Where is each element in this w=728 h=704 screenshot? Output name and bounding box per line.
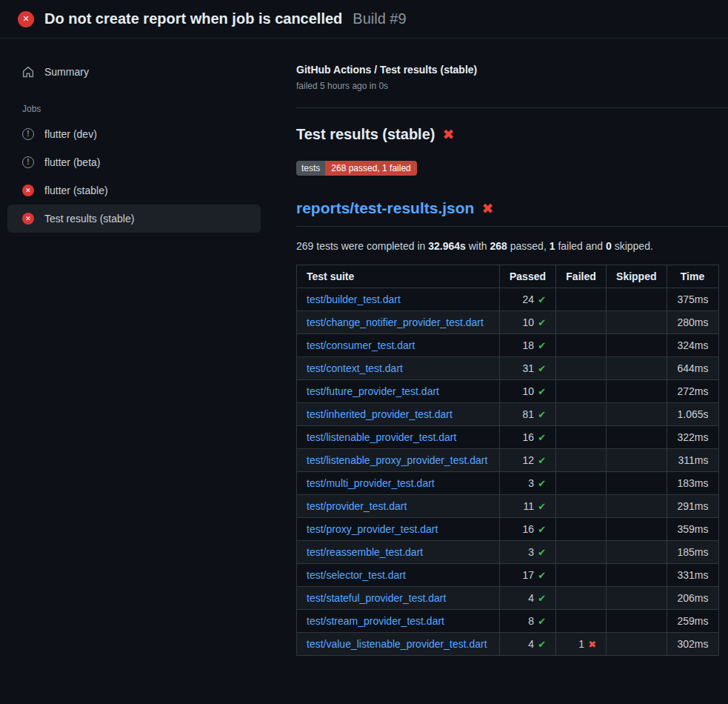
test-suite-cell: test/consumer_test.dart xyxy=(297,334,500,357)
sidebar-item-flutter-stable[interactable]: ✕ flutter (stable) xyxy=(7,176,261,205)
check-icon: ✔ xyxy=(538,570,546,581)
sidebar-item-label: Test results (stable) xyxy=(44,213,134,225)
passed-count: 10 xyxy=(523,385,535,397)
tests-summary: 269 tests were completed in 32.964s with… xyxy=(296,240,728,252)
x-glyph: ✕ xyxy=(22,15,29,23)
sidebar-item-flutter-beta[interactable]: ! flutter (beta) xyxy=(7,148,261,176)
time-cell: 259ms xyxy=(667,610,718,633)
table-row: test/multi_provider_test.dart3✔183ms xyxy=(297,472,719,495)
test-suite-cell: test/value_listenable_provider_test.dart xyxy=(297,633,500,656)
time-cell: 280ms xyxy=(667,311,718,334)
check-icon: ✔ xyxy=(538,340,546,351)
check-icon: ✔ xyxy=(538,386,546,397)
table-row: test/builder_test.dart24✔375ms xyxy=(297,288,719,311)
header-time: Time xyxy=(667,265,718,288)
test-suite-link[interactable]: test/stream_provider_test.dart xyxy=(307,615,444,627)
passed-cell: 18✔ xyxy=(500,334,556,357)
time-cell: 324ms xyxy=(667,334,718,357)
page-header: ✕ Do not create report when job is cance… xyxy=(0,0,728,39)
skipped-cell xyxy=(607,334,667,357)
test-suite-link[interactable]: test/consumer_test.dart xyxy=(307,339,415,351)
test-suite-link[interactable]: test/multi_provider_test.dart xyxy=(307,477,435,489)
passed-cell: 16✔ xyxy=(500,426,556,449)
summary-text: passed, xyxy=(507,240,550,252)
passed-cell: 16✔ xyxy=(500,518,556,541)
failed-cell xyxy=(556,357,607,380)
table-row: test/provider_test.dart11✔291ms xyxy=(297,495,719,518)
test-suite-link[interactable]: test/provider_test.dart xyxy=(307,500,407,512)
report-link[interactable]: reports/test-results.json xyxy=(296,199,474,217)
test-suite-link[interactable]: test/builder_test.dart xyxy=(307,293,401,305)
failed-cell xyxy=(556,472,607,495)
neutral-glyph: ! xyxy=(27,130,29,138)
test-suite-link[interactable]: test/listenable_provider_test.dart xyxy=(307,431,456,443)
check-icon: ✔ xyxy=(538,547,546,558)
test-suite-link[interactable]: test/context_test.dart xyxy=(307,362,403,374)
test-suite-link[interactable]: test/listenable_proxy_provider_test.dart xyxy=(307,454,487,466)
passed-cell: 17✔ xyxy=(500,564,556,587)
skipped-cell xyxy=(607,472,667,495)
sidebar-item-summary[interactable]: Summary xyxy=(7,58,261,86)
summary-text: with xyxy=(466,240,490,252)
passed-count: 8 xyxy=(528,615,534,627)
summary-text: failed and xyxy=(555,240,607,252)
time-cell: 375ms xyxy=(667,288,718,311)
skipped-cell xyxy=(607,564,667,587)
passed-count: 4 xyxy=(528,638,534,650)
test-suite-link[interactable]: test/inherited_provider_test.dart xyxy=(307,408,453,420)
failed-status-icon: ✕ xyxy=(18,11,34,27)
test-suite-link[interactable]: test/reassemble_test.dart xyxy=(307,546,423,558)
test-suite-link[interactable]: test/selector_test.dart xyxy=(307,569,406,581)
test-suite-link[interactable]: test/change_notifier_provider_test.dart xyxy=(307,316,484,328)
check-icon: ✔ xyxy=(538,455,546,466)
summary-skipped-count: 0 xyxy=(606,240,612,252)
summary-passed-count: 268 xyxy=(490,240,507,252)
test-suite-link[interactable]: test/proxy_provider_test.dart xyxy=(307,523,438,535)
test-suite-cell: test/change_notifier_provider_test.dart xyxy=(297,311,500,334)
test-results-table-body: test/builder_test.dart24✔375mstest/chang… xyxy=(297,288,719,656)
failed-cell xyxy=(556,403,607,426)
test-suite-cell: test/proxy_provider_test.dart xyxy=(297,518,500,541)
sidebar-item-test-results-stable[interactable]: ✕ Test results (stable) xyxy=(7,205,261,233)
neutral-status-icon: ! xyxy=(22,156,34,168)
jobs-nav: ! flutter (dev) ! flutter (beta) ✕ flutt… xyxy=(7,120,261,233)
table-row: test/context_test.dart31✔644ms xyxy=(297,357,719,380)
failed-x-icon: ✖ xyxy=(481,202,493,216)
table-row: test/value_listenable_provider_test.dart… xyxy=(297,633,719,656)
failed-cell xyxy=(556,564,607,587)
skipped-cell xyxy=(607,449,667,472)
failed-x-icon: ✖ xyxy=(442,127,454,142)
test-suite-cell: test/future_provider_test.dart xyxy=(297,380,500,403)
test-suite-link[interactable]: test/future_provider_test.dart xyxy=(307,385,439,397)
home-icon xyxy=(22,66,34,78)
passed-cell: 31✔ xyxy=(500,357,556,380)
table-row: test/proxy_provider_test.dart16✔359ms xyxy=(297,518,719,541)
time-cell: 311ms xyxy=(667,449,718,472)
failed-cell xyxy=(556,449,607,472)
passed-cell: 11✔ xyxy=(500,495,556,518)
test-suite-cell: test/selector_test.dart xyxy=(297,564,500,587)
check-icon: ✔ xyxy=(538,294,546,305)
time-cell: 291ms xyxy=(667,495,718,518)
x-glyph: ✕ xyxy=(25,216,31,222)
section-title: Test results (stable) ✖ xyxy=(296,126,728,143)
skipped-cell xyxy=(607,311,667,334)
check-icon: ✔ xyxy=(538,639,546,650)
check-icon: ✔ xyxy=(538,501,546,512)
time-cell: 359ms xyxy=(667,518,718,541)
test-suite-link[interactable]: test/value_listenable_provider_test.dart xyxy=(307,638,487,650)
table-row: test/stateful_provider_test.dart4✔206ms xyxy=(297,587,719,610)
passed-cell: 10✔ xyxy=(500,380,556,403)
test-suite-link[interactable]: test/stateful_provider_test.dart xyxy=(307,592,446,604)
passed-count: 24 xyxy=(523,293,535,305)
passed-cell: 24✔ xyxy=(500,288,556,311)
failed-cell xyxy=(556,541,607,564)
skipped-cell xyxy=(607,403,667,426)
sidebar-item-flutter-dev[interactable]: ! flutter (dev) xyxy=(7,120,261,148)
passed-count: 3 xyxy=(528,477,534,489)
time-cell: 331ms xyxy=(667,564,718,587)
check-icon: ✔ xyxy=(538,616,546,627)
table-row: test/stream_provider_test.dart8✔259ms xyxy=(297,610,719,633)
passed-cell: 12✔ xyxy=(500,449,556,472)
failed-status-icon: ✕ xyxy=(22,185,34,196)
